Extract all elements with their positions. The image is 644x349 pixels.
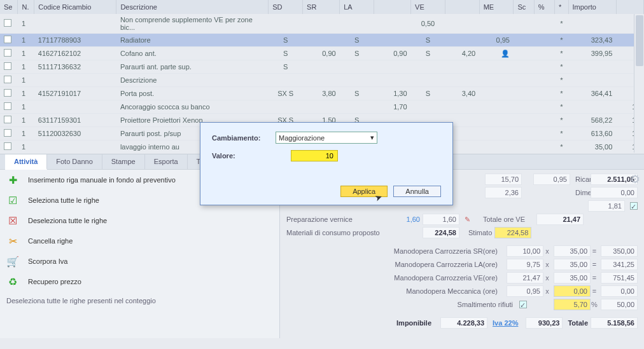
action-insert-label: Inserimento riga manuale in fondo al pre… bbox=[28, 176, 176, 184]
col-desc: Descrizione bbox=[116, 0, 269, 14]
select-icon: ☑ bbox=[6, 194, 19, 207]
mano-rate[interactable]: 35,00 bbox=[554, 259, 591, 270]
action-delete-label: Cancella righe bbox=[28, 237, 73, 245]
modal-valore-label: Valore: bbox=[212, 152, 276, 160]
plus-icon: ✚ bbox=[6, 174, 19, 186]
row-checkbox[interactable] bbox=[4, 62, 11, 70]
row-checkbox[interactable] bbox=[4, 142, 11, 150]
row-checkbox[interactable] bbox=[4, 36, 11, 43]
tot-ve: 21,47 bbox=[536, 214, 584, 225]
deselect-icon: ☒ bbox=[6, 214, 19, 227]
table-row[interactable]: 1Descrizione*8 bbox=[0, 74, 644, 87]
cambiamento-value: Maggiorazione bbox=[279, 134, 325, 142]
cambiamento-select[interactable]: Maggiorazione ▾ bbox=[276, 132, 377, 144]
col-pct: % bbox=[534, 0, 554, 14]
col-ve: VE bbox=[411, 0, 445, 14]
tab-stampe[interactable]: Stampe bbox=[102, 154, 145, 169]
val-15-70: 15,70 bbox=[485, 174, 522, 185]
val-1-81: 1,81 bbox=[588, 200, 625, 212]
checkbox-1[interactable]: ✓ bbox=[630, 202, 638, 210]
mano-rate[interactable]: 35,00 bbox=[554, 272, 591, 284]
col-sc: Sc bbox=[514, 0, 534, 14]
gear-icon[interactable]: ⚙ bbox=[630, 172, 640, 186]
mano-label: Manodopera Carrozzeria SR(ore) bbox=[286, 247, 504, 255]
valore-input[interactable] bbox=[291, 150, 338, 161]
ricambi-label: Ricambi bbox=[570, 175, 588, 183]
smalt-rate[interactable]: 5,70 bbox=[554, 299, 591, 310]
imponibile-val: 4.228,33 bbox=[440, 317, 487, 329]
table-row[interactable]: 1Ancoraggio scocca su banco1,70*10 bbox=[0, 100, 644, 114]
row-checkbox[interactable] bbox=[4, 129, 11, 137]
table-row[interactable]: 141627162102Cofano ant.S0,90S0,90S4,20 👤… bbox=[0, 47, 644, 60]
imponibile-label: Imponibile bbox=[286, 319, 438, 327]
col-ve2 bbox=[445, 0, 479, 14]
mat-label: Materiali di consumo proposto bbox=[286, 229, 420, 236]
mano-rate[interactable]: 35,00 bbox=[554, 245, 591, 257]
col-la: LA bbox=[340, 0, 374, 14]
tab-attivita[interactable]: Attività bbox=[5, 154, 47, 170]
mano-total: 341,25 bbox=[601, 259, 638, 270]
col-la2 bbox=[374, 0, 410, 14]
col-code: Codice Ricambio bbox=[34, 0, 116, 14]
mano-hours: 21,47 bbox=[507, 272, 543, 284]
mano-hours: 9,75 bbox=[507, 259, 543, 270]
col-idx bbox=[616, 0, 643, 14]
prep-label: Preparazione vernice bbox=[286, 216, 395, 223]
prep-blue: 1,60 bbox=[395, 216, 420, 223]
action-delete[interactable]: ✂Cancella righe bbox=[0, 231, 279, 251]
iva-link[interactable]: Iva 22% bbox=[493, 319, 518, 327]
mano-rate[interactable]: 0,00 bbox=[554, 285, 591, 297]
vertical-scrollbar[interactable] bbox=[634, 14, 644, 153]
col-sr: SR bbox=[303, 0, 340, 14]
col-sd: SD bbox=[269, 0, 303, 14]
action-recupero-label: Recupero prezzo bbox=[28, 278, 81, 285]
mano-total: 350,00 bbox=[601, 245, 638, 257]
val-0-95: 0,95 bbox=[533, 174, 570, 185]
mano-label: Manodopera Meccanica (ore) bbox=[286, 287, 504, 295]
change-dialog: Cambiamento: Maggiorazione ▾ Valore: App… bbox=[200, 122, 453, 205]
table-row[interactable]: 1Non comprende supplemento VE per zone b… bbox=[0, 14, 644, 34]
totale-label: Totale bbox=[568, 319, 588, 327]
smalt-check[interactable]: ✓ bbox=[519, 301, 527, 308]
col-se: Se bbox=[0, 0, 18, 14]
edit-icon[interactable]: ✎ bbox=[465, 216, 470, 224]
mano-label: Manodopera Carrozzeria VE(ore) bbox=[286, 274, 504, 282]
row-checkbox[interactable] bbox=[4, 76, 11, 83]
totale-val: 5.158,56 bbox=[591, 317, 638, 329]
scissors-icon: ✂ bbox=[6, 235, 19, 247]
row-checkbox[interactable] bbox=[4, 102, 11, 110]
action-deselect-all[interactable]: ☒Deseleziona tutte le righe bbox=[0, 210, 279, 231]
hint-text: Deseleziona tutte le righe presenti nel … bbox=[0, 292, 279, 310]
recycle-icon: ♻ bbox=[6, 275, 19, 288]
tab-foto[interactable]: Foto Danno bbox=[47, 154, 102, 169]
action-select-label: Seleziona tutte le righe bbox=[28, 196, 99, 204]
row-checkbox[interactable] bbox=[4, 19, 11, 27]
smalt-tot: 50,00 bbox=[601, 299, 638, 310]
table-header: Se N. Codice Ricambio Descrizione SD SR … bbox=[0, 0, 644, 14]
col-n: N. bbox=[18, 0, 34, 14]
modal-cambiamento-label: Cambiamento: bbox=[212, 134, 276, 142]
mat-val: 224,58 bbox=[423, 227, 459, 238]
mano-hours: 0,95 bbox=[507, 285, 543, 297]
row-checkbox[interactable] bbox=[4, 89, 11, 97]
row-checkbox[interactable] bbox=[4, 116, 11, 123]
row-checkbox[interactable] bbox=[4, 49, 11, 57]
cancel-button[interactable]: Annulla bbox=[393, 186, 441, 197]
action-deselect-label: Deseleziona tutte le righe bbox=[28, 217, 107, 224]
action-recupero[interactable]: ♻Recupero prezzo bbox=[0, 271, 279, 292]
table-row[interactable]: 141527191017Porta post.SX S3,80S1,30S3,4… bbox=[0, 87, 644, 100]
action-scorpora-label: Scorpora Iva bbox=[28, 257, 67, 265]
tot-ve-label: Totale ore VE bbox=[483, 216, 534, 223]
table-row[interactable]: 117117788903RadiatoreSSS0,95*323,435 bbox=[0, 34, 644, 47]
mano-label: Manodopera Carrozzeria LA(ore) bbox=[286, 261, 504, 268]
prep-val: 1,60 bbox=[423, 214, 459, 225]
dime-label: Dime bbox=[570, 189, 588, 196]
col-imp: Importo bbox=[568, 0, 616, 14]
tab-esporta[interactable]: Esporta bbox=[145, 154, 188, 169]
val-2-36: 2,36 bbox=[485, 187, 522, 198]
action-scorpora[interactable]: 🛒Scorpora Iva bbox=[0, 251, 279, 271]
stimato-val[interactable]: 224,58 bbox=[494, 227, 531, 238]
mano-total: 751,45 bbox=[601, 272, 638, 284]
table-row[interactable]: 151117136632Paraurti ant. parte sup.S*7 bbox=[0, 60, 644, 74]
col-star: * bbox=[555, 0, 569, 14]
